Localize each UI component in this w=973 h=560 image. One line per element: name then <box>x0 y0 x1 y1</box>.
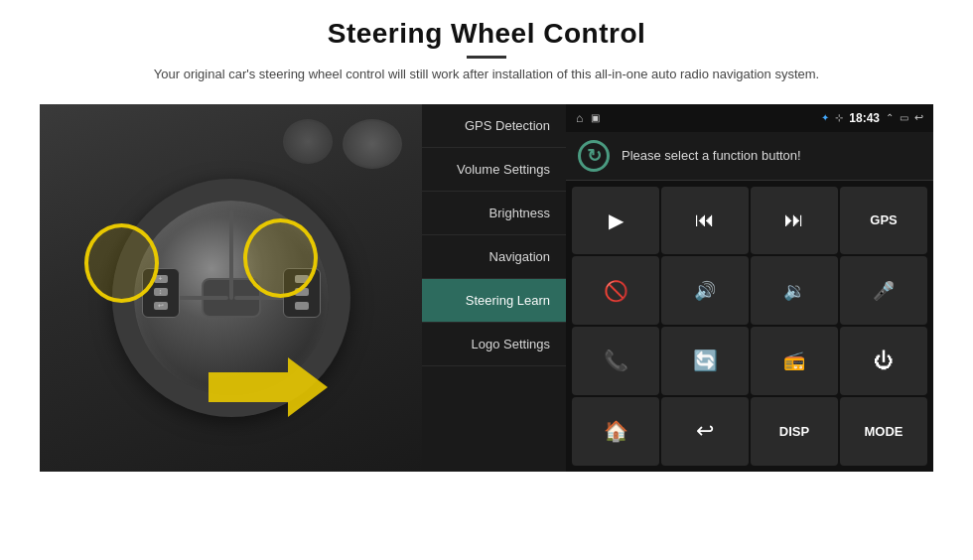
home-nav-icon: 🏠 <box>604 419 628 443</box>
back-nav-button[interactable]: ↩ <box>661 397 749 466</box>
mic-button[interactable]: 🎤 <box>840 256 927 325</box>
gps-button[interactable]: GPS <box>840 187 927 255</box>
vol-down-icon: 🔉 <box>783 280 805 302</box>
disp-label: DISP <box>779 424 809 439</box>
radio-icon: 📻 <box>783 350 805 371</box>
radio-button[interactable]: 📻 <box>751 327 838 395</box>
bluetooth-icon: ✦ <box>821 112 829 123</box>
menu-item-navigation[interactable]: Navigation <box>422 235 566 279</box>
mic-icon: 🎤 <box>873 280 895 302</box>
refresh-icon[interactable]: ↻ <box>578 140 610 172</box>
play-button[interactable]: ▶ <box>572 187 659 255</box>
phone-icon: 📞 <box>604 349 628 372</box>
page-subtitle: Your original car's steering wheel contr… <box>154 65 819 84</box>
vol-up-icon: 🔊 <box>694 280 716 302</box>
power-button[interactable]: ⏻ <box>840 327 927 395</box>
back-nav-icon: ↩ <box>696 418 714 444</box>
disp-button[interactable]: DISP <box>751 397 838 466</box>
next-icon: ⏭ <box>784 209 804 231</box>
button-grid: ▶ ⏮ ⏭ GPS 🚫 🔊 🔉 <box>566 181 933 472</box>
vol-up-button[interactable]: 🔊 <box>661 256 749 325</box>
menu-item-brightness[interactable]: Brightness <box>422 192 566 235</box>
vol-down-button[interactable]: 🔉 <box>751 256 838 325</box>
home-button[interactable]: 🏠 <box>572 397 659 466</box>
media-icon: ▣ <box>591 112 600 123</box>
title-section: Steering Wheel Control Your original car… <box>154 18 819 96</box>
page-container: Steering Wheel Control Your original car… <box>0 0 973 560</box>
menu-item-logo[interactable]: Logo Settings <box>422 323 566 366</box>
home-icon: ⌂ <box>576 111 583 125</box>
arrow-indicator <box>208 357 328 417</box>
menu-item-volume[interactable]: Volume Settings <box>422 148 566 192</box>
steering-wheel-image: + ↕ ↩ <box>40 104 422 472</box>
arrow-up-icon: ⌃ <box>886 112 894 123</box>
play-icon: ▶ <box>609 209 624 232</box>
content-area: + ↕ ↩ <box>40 104 933 472</box>
wheel-background: + ↕ ↩ <box>40 104 422 472</box>
next-button[interactable]: ⏭ <box>751 187 838 255</box>
svg-marker-0 <box>208 357 328 417</box>
menu-item-gps[interactable]: GPS Detection <box>422 104 566 148</box>
prev-button[interactable]: ⏮ <box>661 187 749 255</box>
gps-label: GPS <box>870 212 897 227</box>
time-display: 18:43 <box>849 111 880 125</box>
title-divider <box>467 56 506 59</box>
prev-icon: ⏮ <box>695 209 715 231</box>
control-prompt: Please select a function button! <box>622 148 801 163</box>
phone-button[interactable]: 📞 <box>572 327 659 395</box>
page-title: Steering Wheel Control <box>154 18 819 50</box>
back-icon: ↩ <box>914 111 923 124</box>
status-bar-left: ⌂ ▣ <box>576 111 600 125</box>
highlight-left <box>84 223 159 303</box>
mute-icon: 🚫 <box>604 279 628 303</box>
rotate-button[interactable]: 🔄 <box>661 327 749 395</box>
mode-button[interactable]: MODE <box>840 397 927 466</box>
menu-item-steering[interactable]: Steering Learn <box>422 279 566 323</box>
status-bar-right: ✦ ⊹ 18:43 ⌃ ▭ ↩ <box>821 111 923 125</box>
status-bar: ⌂ ▣ ✦ ⊹ 18:43 ⌃ ▭ ↩ <box>566 104 933 132</box>
rotate-icon: 🔄 <box>693 349 718 372</box>
control-header: ↻ Please select a function button! <box>566 132 933 181</box>
power-icon: ⏻ <box>874 350 894 372</box>
wifi-icon: ⊹ <box>835 112 843 123</box>
mute-button[interactable]: 🚫 <box>572 256 659 325</box>
highlight-right <box>243 218 318 298</box>
mode-label: MODE <box>865 424 904 439</box>
window-icon: ▭ <box>900 112 908 123</box>
left-menu-panel: GPS Detection Volume Settings Brightness… <box>422 104 566 472</box>
android-screen: ⌂ ▣ ✦ ⊹ 18:43 ⌃ ▭ ↩ ↻ Please select a fu… <box>566 104 933 472</box>
